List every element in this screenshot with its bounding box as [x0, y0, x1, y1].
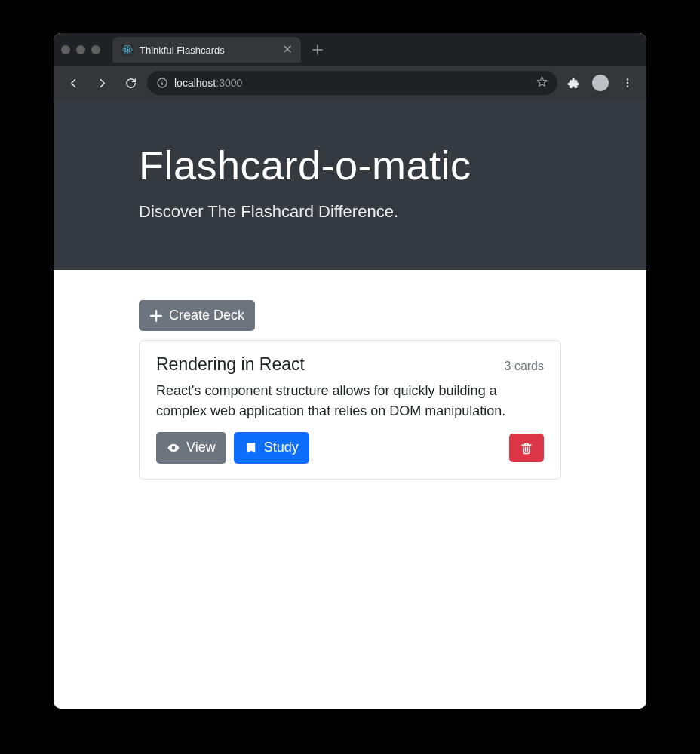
study-deck-label: Study	[264, 439, 299, 456]
delete-deck-button[interactable]	[509, 434, 544, 462]
view-deck-button[interactable]: View	[156, 432, 226, 463]
trash-icon	[520, 441, 533, 455]
deck-title: Rendering in React	[156, 354, 305, 375]
page-viewport[interactable]: Flashcard-o-matic Discover The Flashcard…	[54, 100, 646, 709]
browser-tab-title: Thinkful Flashcards	[140, 44, 225, 56]
extensions-button[interactable]	[562, 72, 585, 94]
main-content: Create Deck Rendering in React 3 cards R…	[54, 270, 646, 510]
svg-rect-5	[161, 82, 162, 85]
window-controls	[61, 45, 100, 54]
browser-tab[interactable]: Thinkful Flashcards	[112, 37, 301, 63]
reload-button[interactable]	[118, 71, 143, 95]
plus-icon	[149, 309, 163, 323]
address-bar[interactable]: localhost:3000	[147, 71, 557, 95]
browser-window: Thinkful Flashcards localhost:3000	[54, 33, 646, 709]
react-favicon-icon	[121, 44, 134, 56]
back-button[interactable]	[61, 71, 85, 95]
svg-point-0	[127, 49, 129, 51]
app-subtitle: Discover The Flashcard Difference.	[139, 202, 561, 222]
create-deck-button[interactable]: Create Deck	[139, 300, 255, 331]
forward-button[interactable]	[90, 71, 114, 95]
profile-avatar-button[interactable]	[589, 72, 612, 94]
window-minimize-button[interactable]	[76, 45, 85, 54]
study-deck-button[interactable]: Study	[234, 432, 309, 463]
address-bar-port: :3000	[216, 77, 242, 89]
svg-point-10	[172, 446, 176, 450]
address-bar-host: localhost	[174, 77, 216, 89]
tab-close-button[interactable]	[283, 44, 292, 56]
window-close-button[interactable]	[61, 45, 70, 54]
browser-menu-button[interactable]	[616, 72, 639, 94]
create-deck-label: Create Deck	[169, 307, 244, 324]
deck-card-count: 3 cards	[505, 360, 544, 373]
browser-toolbar: localhost:3000	[54, 66, 646, 100]
avatar-icon	[592, 75, 609, 91]
browser-tabstrip: Thinkful Flashcards	[54, 33, 646, 66]
hero-banner: Flashcard-o-matic Discover The Flashcard…	[54, 100, 646, 270]
eye-icon	[167, 441, 180, 455]
window-maximize-button[interactable]	[91, 45, 100, 54]
svg-point-9	[627, 85, 628, 87]
view-deck-label: View	[186, 439, 216, 456]
address-bar-url: localhost:3000	[174, 77, 242, 89]
bookmark-star-icon[interactable]	[536, 75, 548, 90]
site-info-icon[interactable]	[156, 77, 168, 89]
svg-point-7	[627, 78, 628, 80]
svg-rect-6	[161, 81, 162, 81]
svg-point-8	[627, 82, 628, 84]
deck-card: Rendering in React 3 cards React's compo…	[139, 340, 561, 479]
deck-description: React's component structure allows for q…	[156, 381, 544, 421]
bookmark-icon	[244, 441, 258, 455]
app-title: Flashcard-o-matic	[139, 142, 561, 188]
new-tab-button[interactable]	[307, 39, 328, 60]
